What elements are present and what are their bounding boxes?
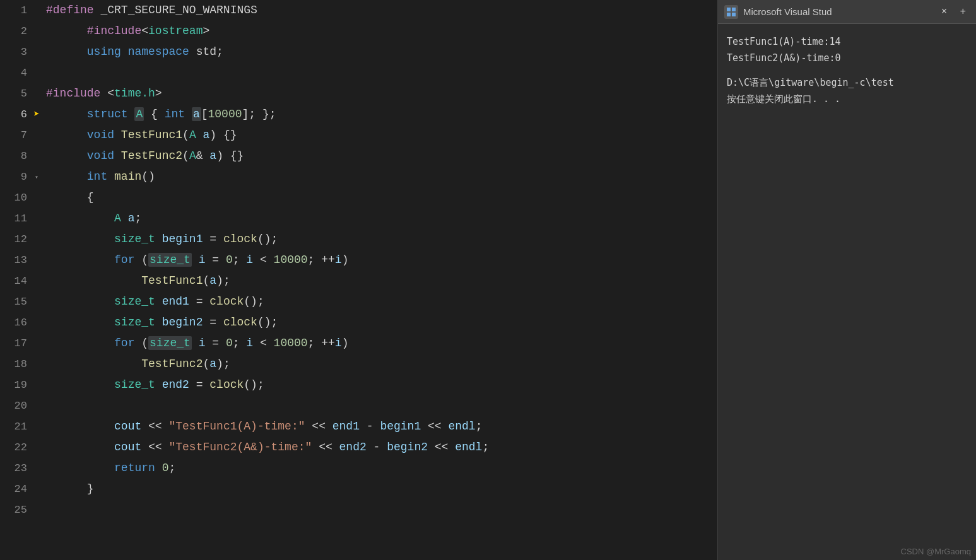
line-num-9: 9 [0, 166, 35, 187]
code-text-15: size_t end1 = clock(); [40, 291, 264, 312]
panel-app-icon [724, 5, 738, 19]
code-line-9: 9 ▾ int main() [0, 166, 717, 187]
code-text-14: TestFunc1(a); [40, 271, 230, 291]
code-editor: 1 #define _CRT_SECURE_NO_WARNINGS 2 #inc… [0, 0, 717, 560]
code-text-7: void TestFunc1(A a) {} [40, 125, 237, 146]
panel-close-button[interactable]: × [938, 5, 951, 19]
code-line-10: 10 { [0, 187, 717, 208]
line-num-4: 4 [0, 62, 35, 83]
line-num-7: 7 [0, 125, 35, 146]
line-num-20: 20 [0, 395, 35, 416]
output-path: D:\C语言\gitware\begin_-c\test [727, 75, 967, 91]
code-line-4: 4 [0, 62, 717, 83]
code-text-6: struct A { int a[10000]; }; [40, 104, 276, 125]
code-text-24: } [40, 479, 94, 499]
line-num-6: 6 [0, 104, 35, 125]
code-line-19: 19 size_t end2 = clock(); [0, 375, 717, 395]
line-num-1: 1 [0, 0, 35, 21]
code-text-19: size_t end2 = clock(); [40, 375, 264, 395]
code-text-9: int main() [40, 166, 155, 187]
line-num-23: 23 [0, 458, 35, 479]
code-line-8: 8 void TestFunc2(A& a) {} [0, 146, 717, 166]
code-text-21: cout << "TestFunc1(A)-time:" << end1 - b… [40, 416, 482, 437]
panel-header: Microsoft Visual Stud × + [718, 0, 976, 24]
code-line-20: 20 [0, 395, 717, 416]
line-num-11: 11 [0, 208, 35, 229]
code-text-23: return 0; [40, 458, 175, 479]
panel-output: TestFunc1(A)-time:14 TestFunc2(A&)-time:… [718, 24, 976, 117]
svg-rect-0 [727, 8, 731, 11]
code-line-2: 2 #include<iostream> [0, 21, 717, 42]
panel-add-button[interactable]: + [956, 5, 970, 19]
code-text-12: size_t begin1 = clock(); [40, 229, 278, 250]
code-text-10: { [40, 187, 94, 208]
line-num-25: 25 [0, 499, 35, 520]
attribution-text: CSDN @MrGaomq [901, 547, 971, 556]
code-text-13: for (size_t i = 0; i < 10000; ++i) [40, 250, 348, 271]
line-num-2: 2 [0, 21, 35, 42]
line-num-3: 3 [0, 42, 35, 62]
code-text-16: size_t begin2 = clock(); [40, 312, 278, 333]
line-num-21: 21 [0, 416, 35, 437]
line-num-19: 19 [0, 375, 35, 395]
line-num-15: 15 [0, 291, 35, 312]
line-num-13: 13 [0, 250, 35, 271]
output-prompt: 按任意键关闭此窗口. . . [727, 91, 967, 108]
code-text-2: #include<iostream> [40, 21, 209, 42]
code-text-18: TestFunc2(a); [40, 354, 230, 375]
code-line-5: 5 #include <time.h> [0, 83, 717, 104]
code-line-13: 13 for (size_t i = 0; i < 10000; ++i) [0, 250, 717, 271]
line-num-14: 14 [0, 271, 35, 291]
code-text-22: cout << "TestFunc2(A&)-time:" << end2 - … [40, 437, 489, 458]
svg-rect-2 [727, 13, 731, 16]
code-text-5: #include <time.h> [40, 83, 162, 104]
code-line-21: 21 cout << "TestFunc1(A)-time:" << end1 … [0, 416, 717, 437]
code-line-25: 25 [0, 499, 717, 520]
code-line-11: 11 A a; [0, 208, 717, 229]
line-num-5: 5 [0, 83, 35, 104]
code-line-12: 12 size_t begin1 = clock(); [0, 229, 717, 250]
code-line-23: 23 return 0; [0, 458, 717, 479]
code-lines: 1 #define _CRT_SECURE_NO_WARNINGS 2 #inc… [0, 0, 717, 560]
code-line-17: 17 for (size_t i = 0; i < 10000; ++i) [0, 333, 717, 354]
panel-title: Microsoft Visual Stud [743, 6, 832, 17]
line-num-24: 24 [0, 479, 35, 499]
line-num-18: 18 [0, 354, 35, 375]
code-text-11: A a; [40, 208, 141, 229]
code-text-1: #define _CRT_SECURE_NO_WARNINGS [40, 0, 257, 21]
line-num-10: 10 [0, 187, 35, 208]
output-panel: Microsoft Visual Stud × + TestFunc1(A)-t… [717, 0, 976, 560]
line-num-12: 12 [0, 229, 35, 250]
code-line-24: 24 } [0, 479, 717, 499]
code-line-15: 15 size_t end1 = clock(); [0, 291, 717, 312]
code-text-17: for (size_t i = 0; i < 10000; ++i) [40, 333, 348, 354]
code-line-22: 22 cout << "TestFunc2(A&)-time:" << end2… [0, 437, 717, 458]
svg-rect-1 [732, 8, 736, 11]
code-text-3: using namespace std; [40, 42, 223, 62]
line-num-8: 8 [0, 146, 35, 166]
code-line-7: 7 void TestFunc1(A a) {} [0, 125, 717, 146]
output-line-1: TestFunc1(A)-time:14 [727, 34, 967, 50]
code-line-18: 18 TestFunc2(a); [0, 354, 717, 375]
code-line-14: 14 TestFunc1(a); [0, 271, 717, 291]
code-line-6: 6 ➤ struct A { int a[10000]; }; [0, 104, 717, 125]
panel-header-left: Microsoft Visual Stud [724, 5, 832, 19]
line-num-16: 16 [0, 312, 35, 333]
panel-controls[interactable]: × + [938, 5, 970, 19]
code-text-8: void TestFunc2(A& a) {} [40, 146, 244, 166]
line-num-17: 17 [0, 333, 35, 354]
svg-rect-3 [732, 13, 736, 16]
line-num-22: 22 [0, 437, 35, 458]
code-line-1: 1 #define _CRT_SECURE_NO_WARNINGS [0, 0, 717, 21]
code-line-3: 3 using namespace std; [0, 42, 717, 62]
output-line-2: TestFunc2(A&)-time:0 [727, 50, 967, 67]
code-line-16: 16 size_t begin2 = clock(); [0, 312, 717, 333]
